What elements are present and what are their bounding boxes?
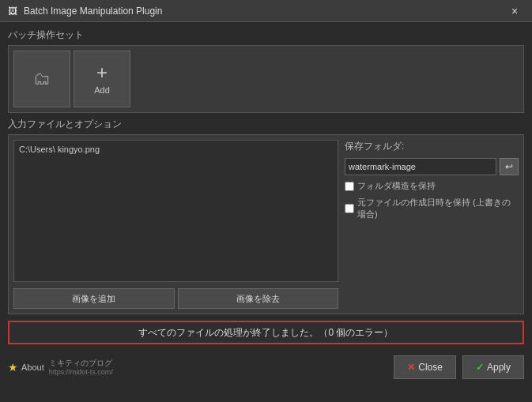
main-content: バッチ操作セット 🗂 + Add 入力ファイルとオプション C:\Users\	[0, 22, 532, 352]
title-bar: 🖼 Batch Image Manipulation Plugin ×	[0, 0, 532, 22]
checkbox-preserve-date-label: 元ファイルの作成日時を保持 (上書きの場合)	[357, 197, 519, 220]
file-item: C:\Users\ kingyo.png	[17, 144, 334, 155]
save-folder-row: 保存フォルダ:	[345, 140, 519, 153]
batch-section-label: バッチ操作セット	[8, 28, 524, 42]
add-icon: +	[96, 63, 108, 82]
batch-item-icon: 🗂	[33, 69, 51, 89]
about-button[interactable]: ★ About	[8, 361, 44, 374]
input-panel: C:\Users\ kingyo.png 画像を追加 画像を除去 保存フォルダ:	[8, 134, 524, 314]
file-list[interactable]: C:\Users\ kingyo.png	[13, 140, 338, 282]
close-button[interactable]: ✕ Close	[394, 355, 456, 379]
batch-section: バッチ操作セット 🗂 + Add	[8, 28, 524, 113]
apply-check-icon: ✓	[476, 362, 484, 373]
checkbox-preserve-date-input[interactable]	[345, 204, 354, 213]
add-label: Add	[94, 85, 110, 95]
file-buttons-row: 画像を追加 画像を除去	[13, 288, 338, 309]
close-x-icon: ✕	[407, 362, 415, 373]
footer-left: ★ About ミキティのブログ https://midot-ts.com/	[8, 359, 113, 377]
status-bar: すべてのファイルの処理が終了しました。（0 個のエラー）	[8, 321, 524, 344]
close-window-button[interactable]: ×	[504, 0, 526, 22]
save-folder-label: 保存フォルダ:	[345, 140, 404, 153]
apply-button[interactable]: ✓ Apply	[462, 355, 524, 379]
input-inner: C:\Users\ kingyo.png 画像を追加 画像を除去 保存フォルダ:	[13, 140, 519, 309]
save-folder-input[interactable]	[345, 158, 496, 175]
checkbox-preserve-date: 元ファイルの作成日時を保持 (上書きの場合)	[345, 197, 519, 220]
batch-add-item[interactable]: + Add	[74, 51, 130, 107]
input-section-label: 入力ファイルとオプション	[8, 118, 524, 131]
blog-name: ミキティのブログ	[49, 359, 113, 368]
apply-label: Apply	[487, 362, 511, 373]
batch-operations-panel: 🗂 + Add	[8, 45, 524, 113]
about-label: About	[21, 363, 44, 372]
checkbox-preserve-folder-input[interactable]	[345, 182, 354, 191]
blog-url: https://midot-ts.com/	[49, 368, 113, 377]
add-image-button[interactable]: 画像を追加	[13, 288, 175, 309]
app-icon: 🖼	[6, 5, 19, 17]
footer-right: ✕ Close ✓ Apply	[394, 355, 524, 379]
save-folder-input-row: ↩	[345, 158, 519, 175]
checkbox-preserve-folder-label: フォルダ構造を保持	[357, 180, 436, 192]
star-icon: ★	[8, 361, 18, 374]
title-bar-text: Batch Image Manipulation Plugin	[24, 6, 504, 17]
status-message: すべてのファイルの処理が終了しました。（0 個のエラー）	[138, 326, 393, 340]
remove-image-button[interactable]: 画像を除去	[178, 288, 339, 309]
folder-browse-button[interactable]: ↩	[500, 158, 519, 175]
input-section: 入力ファイルとオプション C:\Users\ kingyo.png 画像を追加 …	[8, 118, 524, 314]
close-label: Close	[418, 362, 443, 373]
batch-existing-item[interactable]: 🗂	[13, 51, 70, 107]
checkbox-preserve-folder: フォルダ構造を保持	[345, 180, 519, 192]
batch-items-list: 🗂 + Add	[13, 51, 519, 107]
right-panel: 保存フォルダ: ↩ フォルダ構造を保持 元ファイルの作成日時を保持 (上書きの場…	[345, 140, 519, 309]
footer: ★ About ミキティのブログ https://midot-ts.com/ ✕…	[0, 352, 532, 382]
